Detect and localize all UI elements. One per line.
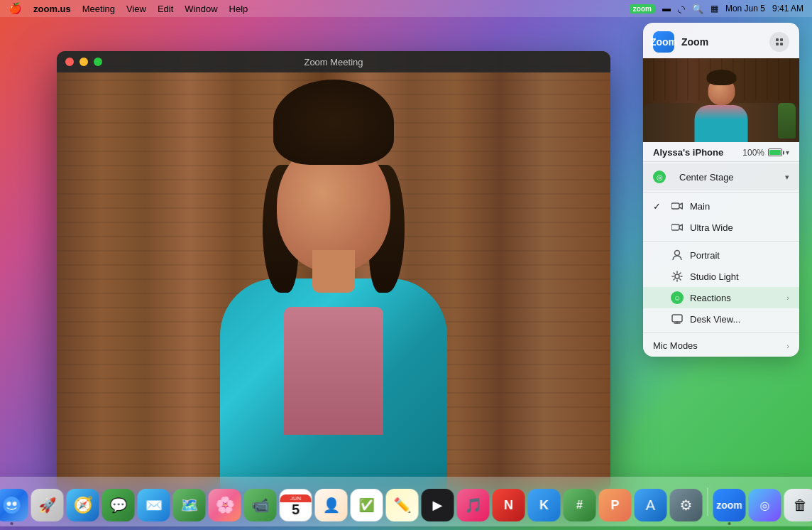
main-camera-label: Main <box>690 201 789 212</box>
divider-3 <box>643 241 799 242</box>
dock-divider <box>708 487 708 516</box>
main-camera-icon <box>671 200 684 212</box>
mic-modes-label: Mic Modes <box>653 340 786 351</box>
dock-item-music[interactable]: 🎵 <box>457 489 490 521</box>
numbers-icon: # <box>576 499 583 512</box>
safari-icon: 🧭 <box>73 496 92 514</box>
menu-item-reactions[interactable]: ✓ ☺ Reactions › <box>643 287 799 308</box>
menubar-menu-meeting[interactable]: Meeting <box>82 4 115 14</box>
menubar-menu-window[interactable]: Window <box>185 4 217 14</box>
svg-point-7 <box>675 274 679 278</box>
window-title: Zoom Meeting <box>304 57 363 67</box>
dock-item-numbers[interactable]: # <box>564 489 596 521</box>
apple-menu[interactable]: 🍎 <box>9 2 22 15</box>
svg-rect-4 <box>671 203 679 209</box>
dock-item-reminders[interactable]: ✅ <box>351 489 383 521</box>
preview-body <box>695 105 748 142</box>
mic-modes-row[interactable]: Mic Modes › <box>643 335 799 357</box>
camera-options-section: ✓ Main ✓ <box>643 194 799 239</box>
dock-item-maps[interactable]: 🗺️ <box>173 489 206 521</box>
dock-item-system-prefs[interactable]: ⚙ <box>670 489 703 521</box>
menubar-menu-view[interactable]: View <box>126 4 146 14</box>
dock-item-finder[interactable] <box>0 489 28 521</box>
window-maximize-button[interactable] <box>94 58 102 66</box>
svg-line-15 <box>674 279 675 281</box>
center-stage-item[interactable]: ◎ Center Stage ▾ <box>643 167 799 187</box>
device-info-row: Alyssa's iPhone 100% ▾ <box>643 142 799 160</box>
center-stage-section: ◎ Center Stage ▾ <box>643 163 799 190</box>
appletv-icon: ▶ <box>433 497 443 513</box>
music-icon: 🎵 <box>464 497 482 514</box>
dock-item-messages[interactable]: 💬 <box>102 489 135 521</box>
finder-active-dot <box>11 522 13 525</box>
menu-item-studio-light[interactable]: ✓ Studi <box>643 266 799 287</box>
menubar-menu-edit[interactable]: Edit <box>158 4 173 14</box>
window-minimize-button[interactable] <box>79 58 88 66</box>
dock-item-contacts[interactable]: 👤 <box>315 489 348 521</box>
contacts-icon: 👤 <box>322 497 340 514</box>
menubar-menu-help[interactable]: Help <box>229 4 248 14</box>
notification-action-button[interactable] <box>769 32 789 52</box>
svg-rect-0 <box>776 38 779 41</box>
dock-item-photos[interactable]: 🌸 <box>209 489 241 521</box>
notification-box: Zoom Zoom <box>643 23 799 357</box>
dock-item-siri[interactable]: ◎ <box>749 489 781 521</box>
menubar: 🍎 zoom.us Meeting View Edit Window Help … <box>0 0 812 17</box>
notification-center-icon[interactable]: ▦ <box>710 4 718 13</box>
dock-item-pages[interactable]: P <box>599 489 632 521</box>
preview-background <box>643 58 799 142</box>
maps-icon: 🗺️ <box>180 497 198 514</box>
window-controls <box>65 58 102 66</box>
divider-2 <box>643 192 799 193</box>
menu-item-desk-view[interactable]: ✓ Desk View... <box>643 308 799 330</box>
pages-icon: P <box>610 498 619 513</box>
siri-icon: ◎ <box>760 499 770 512</box>
window-close-button[interactable] <box>65 58 74 66</box>
trash-icon: 🗑 <box>794 497 808 514</box>
dock-item-zoom[interactable]: zoom <box>713 489 746 521</box>
video-person <box>185 80 483 492</box>
reactions-icon-symbol: ☺ <box>674 294 681 302</box>
calendar-day-number: 5 <box>292 502 300 517</box>
calendar-month-label: JUN <box>280 494 312 502</box>
dock-item-launchpad[interactable]: 🚀 <box>31 489 64 521</box>
video-area <box>57 51 610 492</box>
divider-4 <box>643 332 799 333</box>
person-hair <box>273 80 394 165</box>
dock-item-appletv[interactable]: ▶ <box>422 489 454 521</box>
news-icon: N <box>504 498 513 513</box>
dock-item-mail[interactable]: ✉️ <box>138 489 170 521</box>
notification-header: Zoom Zoom <box>643 23 799 58</box>
dock-item-calendar[interactable]: JUN 5 <box>280 489 312 521</box>
keynote-icon: K <box>539 498 549 513</box>
dock-item-news[interactable]: N <box>493 489 525 521</box>
desk-view-icon <box>671 313 684 325</box>
zoom-menubar-icon[interactable]: zoom <box>630 4 655 13</box>
menu-item-main[interactable]: ✓ Main <box>643 195 799 217</box>
freeform-icon: ✏️ <box>393 497 411 514</box>
launchpad-icon: 🚀 <box>38 497 56 514</box>
reactions-icon: ☺ <box>671 291 684 304</box>
menu-item-ultrawide[interactable]: ✓ Ultra Wide <box>643 217 799 238</box>
svg-point-21 <box>13 502 17 506</box>
menu-item-portrait[interactable]: ✓ Portrait <box>643 244 799 266</box>
svg-line-14 <box>680 273 681 274</box>
preview-head <box>708 77 735 105</box>
dock-item-keynote[interactable]: K <box>528 489 561 521</box>
dock-item-safari[interactable]: 🧭 <box>67 489 99 521</box>
device-chevron-icon[interactable]: ▾ <box>786 148 789 156</box>
person-shirt <box>284 307 383 435</box>
dock-item-freeform[interactable]: ✏️ <box>386 489 419 521</box>
menubar-app-name[interactable]: zoom.us <box>33 4 71 14</box>
dock-item-facetime[interactable]: 📹 <box>244 489 277 521</box>
zoom-notification-panel: Zoom Zoom <box>643 23 799 357</box>
person-neck <box>312 250 355 293</box>
dock-item-trash[interactable]: 🗑 <box>784 489 813 521</box>
battery-icon-shape <box>768 148 782 156</box>
ultrawide-camera-icon <box>671 221 684 234</box>
notification-app-name: Zoom <box>681 36 769 48</box>
spotlight-icon[interactable]: 🔍 <box>692 4 703 14</box>
desk-view-label: Desk View... <box>690 314 789 325</box>
reactions-arrow-icon: › <box>786 293 789 302</box>
dock-item-appstore[interactable]: A <box>635 489 667 521</box>
